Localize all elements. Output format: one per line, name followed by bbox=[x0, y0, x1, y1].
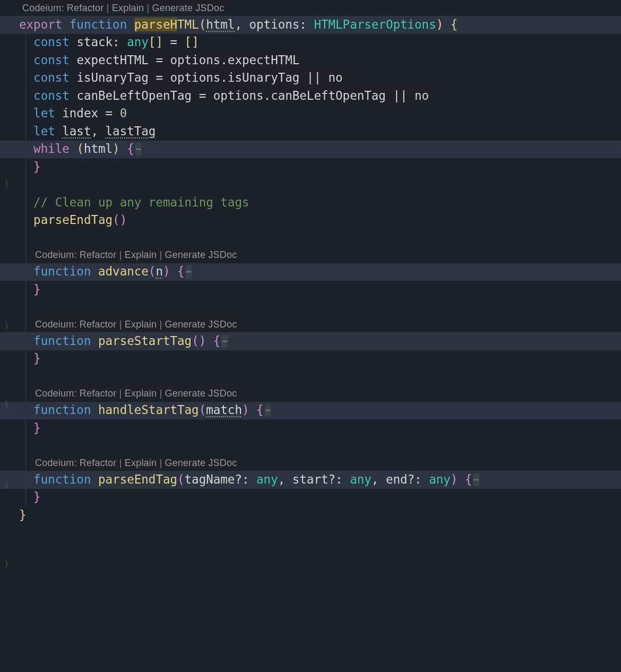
function-handlestarttag: handleStartTag bbox=[98, 401, 199, 419]
codelens-jsdoc[interactable]: Generate JSDoc bbox=[165, 386, 237, 401]
fold-ellipsis-icon[interactable]: ⋯ bbox=[473, 473, 479, 486]
param-tagname: tagName bbox=[185, 471, 235, 489]
fold-ellipsis-icon[interactable]: ⋯ bbox=[221, 335, 228, 348]
var-index: index bbox=[62, 105, 98, 123]
codelens-refactor[interactable]: Refactor bbox=[80, 317, 117, 332]
keyword-while: while bbox=[33, 140, 70, 158]
codelens-explain[interactable]: Explain bbox=[125, 456, 157, 470]
keyword-export: export bbox=[19, 16, 62, 34]
code-line[interactable]: export function parseHTML(html, options:… bbox=[19, 16, 621, 34]
code-line[interactable]: } bbox=[19, 350, 621, 368]
codelens-row: Codeium: Refactor | Explain | Generate J… bbox=[19, 455, 621, 471]
codelens-row: Codeium: Refactor | Explain | Generate J… bbox=[19, 386, 621, 402]
var-lasttag: lastTag bbox=[106, 123, 156, 141]
code-line[interactable]: parseEndTag() bbox=[19, 212, 621, 230]
code-line-empty[interactable] bbox=[19, 368, 621, 386]
param-end: end bbox=[386, 471, 408, 489]
code-line-empty[interactable] bbox=[19, 176, 621, 194]
code-line-folded[interactable]: function advance(n) {⋯ bbox=[19, 263, 621, 281]
code-line[interactable]: const stack: any[] = [] bbox=[19, 34, 621, 52]
function-advance: advance bbox=[98, 263, 149, 281]
codelens-jsdoc[interactable]: Generate JSDoc bbox=[152, 1, 224, 15]
code-line[interactable]: const expectHTML = options.expectHTML bbox=[19, 51, 621, 70]
code-line-empty[interactable] bbox=[19, 229, 621, 247]
codelens-jsdoc[interactable]: Generate JSDoc bbox=[165, 456, 237, 470]
var-last: last bbox=[62, 123, 91, 141]
code-line-folded[interactable]: while (html) {⋯ bbox=[19, 141, 621, 159]
codelens-explain[interactable]: Explain bbox=[125, 248, 157, 262]
codelens-jsdoc[interactable]: Generate JSDoc bbox=[165, 317, 237, 332]
code-line-folded[interactable]: function parseEndTag(tagName?: any, star… bbox=[19, 471, 621, 489]
fold-ellipsis-icon[interactable]: ⋯ bbox=[135, 143, 142, 156]
codelens-row: Codeium: Refactor | Explain | Generate J… bbox=[19, 316, 621, 332]
code-line[interactable]: // Clean up any remaining tags bbox=[19, 194, 621, 212]
codelens-row: Codeium: Refactor | Explain | Generate J… bbox=[19, 0, 621, 16]
function-parseendtag: parseEndTag bbox=[98, 471, 177, 489]
identifier-no: no bbox=[329, 69, 343, 87]
codelens-explain[interactable]: Explain bbox=[125, 317, 157, 332]
param-match: match bbox=[206, 401, 242, 419]
param-options: options bbox=[249, 16, 300, 34]
code-line[interactable]: const isUnaryTag = options.isUnaryTag ||… bbox=[19, 70, 621, 88]
codelens-jsdoc[interactable]: Generate JSDoc bbox=[165, 248, 237, 262]
comment: // Clean up any remaining tags bbox=[33, 194, 249, 212]
param-start: start bbox=[292, 471, 329, 489]
type-any: any bbox=[127, 33, 149, 51]
code-line-folded[interactable]: function handleStartTag(match) {⋯ bbox=[19, 402, 621, 420]
var-isunarytag: isUnaryTag bbox=[76, 69, 148, 87]
fold-chevron-icon[interactable]: 〉 bbox=[3, 176, 13, 192]
var-expecthtml: expectHTML bbox=[76, 51, 148, 70]
code-line[interactable]: } bbox=[19, 506, 621, 524]
fold-ellipsis-icon[interactable]: ⋯ bbox=[186, 265, 192, 278]
code-line[interactable]: let last, lastTag bbox=[19, 123, 621, 141]
selection-highlight: parseH bbox=[134, 18, 177, 31]
code-line[interactable]: } bbox=[19, 281, 621, 299]
codelens-refactor[interactable]: Refactor bbox=[80, 456, 117, 470]
code-line-empty[interactable] bbox=[19, 437, 621, 455]
var-canbeleftopentag: canBeLeftOpenTag bbox=[76, 87, 192, 105]
codelens-explain[interactable]: Explain bbox=[125, 386, 157, 401]
codelens-refactor[interactable]: Refactor bbox=[80, 248, 117, 262]
code-line-empty[interactable] bbox=[19, 299, 621, 317]
code-line[interactable]: } bbox=[19, 158, 621, 176]
fold-chevron-icon[interactable]: 〉 bbox=[3, 398, 13, 413]
keyword-function: function bbox=[70, 16, 127, 34]
open-paren: ( bbox=[199, 16, 206, 34]
close-paren: ) bbox=[436, 16, 444, 34]
code-line[interactable]: let index = 0 bbox=[19, 105, 621, 123]
param-n: n bbox=[156, 263, 163, 281]
codelens-refactor[interactable]: Refactor bbox=[80, 386, 117, 401]
fold-chevron-icon[interactable]: 〉 bbox=[3, 477, 13, 493]
type-htmlparseroptions: HTMLParserOptions bbox=[314, 16, 436, 34]
codelens-prefix: Codeium: bbox=[22, 1, 67, 15]
fold-chevron-icon[interactable]: 〉 bbox=[3, 557, 13, 572]
open-brace: { bbox=[443, 16, 458, 34]
codelens-explain[interactable]: Explain bbox=[112, 1, 144, 15]
code-line[interactable]: } bbox=[19, 489, 621, 507]
function-parsestarttag: parseStartTag bbox=[98, 332, 192, 350]
code-line[interactable]: const canBeLeftOpenTag = options.canBeLe… bbox=[19, 87, 621, 105]
code-line-folded[interactable]: function parseStartTag() {⋯ bbox=[19, 332, 621, 350]
var-stack: stack bbox=[76, 33, 113, 51]
param-html: html bbox=[206, 16, 235, 34]
codelens-refactor[interactable]: Refactor bbox=[67, 1, 104, 15]
fold-ellipsis-icon[interactable]: ⋯ bbox=[265, 404, 271, 417]
call-parseendtag: parseEndTag bbox=[33, 211, 113, 229]
code-editor[interactable]: Codeium: Refactor | Explain | Generate J… bbox=[0, 0, 621, 524]
fold-chevron-icon[interactable]: 〉 bbox=[3, 318, 13, 334]
codelens-row: Codeium: Refactor | Explain | Generate J… bbox=[19, 247, 621, 263]
codelens-sep: | bbox=[144, 1, 152, 15]
function-name: TML bbox=[177, 18, 199, 31]
gutter: 〉 〉 〉 〉 〉 bbox=[0, 0, 17, 524]
code-line[interactable]: } bbox=[19, 419, 621, 437]
number-zero: 0 bbox=[120, 105, 127, 123]
codelens-sep: | bbox=[104, 1, 111, 15]
